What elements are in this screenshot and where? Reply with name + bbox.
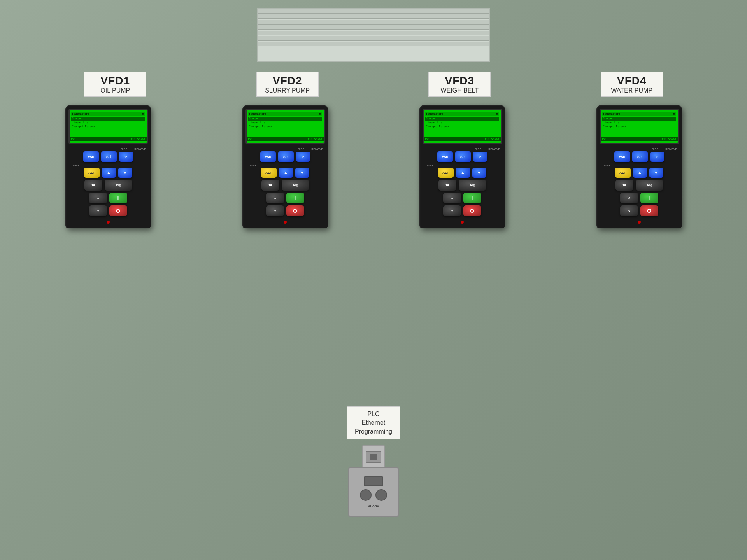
vfd2-start-button[interactable]: I [286, 192, 304, 203]
vfd4-enter-button[interactable]: ↵ [650, 152, 664, 162]
vfd2-esc-button[interactable]: Esc [260, 151, 276, 162]
vfd3-fwd-button[interactable]: ∧ [443, 192, 461, 203]
vfd3-rev-button[interactable]: ∨ [443, 205, 461, 216]
vfd2-id: VFD2 [264, 75, 311, 87]
vfd2-stop-button[interactable]: O [286, 205, 304, 216]
vfd2-enter-button[interactable]: ↵ [296, 152, 310, 162]
vfd1-screen-title: Parameters [72, 112, 89, 116]
vfd3-jog-button[interactable]: Jog [459, 180, 486, 191]
vfd3-up-button[interactable]: ▲ [456, 168, 470, 178]
plc-line1: PLC [355, 410, 392, 418]
plc-label: PLC Ethernet Programming [347, 406, 400, 439]
vfd4-name: WATER PUMP [608, 87, 656, 94]
vfd2-fwd-button[interactable]: ∧ [266, 192, 284, 203]
vfd1-up-button[interactable]: ▲ [102, 168, 116, 178]
vfd3-fwd-row: ∧ I [423, 192, 502, 203]
vfd4-indicator [600, 218, 679, 225]
vfd1-screen: Parameters ■ Groups Linear List Changed … [68, 109, 148, 144]
vfd3-down-button[interactable]: ▼ [472, 168, 486, 178]
vfd4-alt-button[interactable]: ALT [615, 168, 631, 178]
ethernet-outlet[interactable]: BRAND [348, 467, 399, 517]
vfd4-phone-button[interactable]: ☎ [615, 180, 633, 191]
vfd3-name: WEIGH BELT [436, 87, 483, 94]
vfd2-screen: Parameters ■ Groups Linear List Changed … [245, 109, 325, 144]
vfd4-device: Parameters ■ Groups Linear List Changed … [596, 105, 682, 228]
vfd2-jog-button[interactable]: Jog [282, 180, 309, 191]
vfd2-alt-button[interactable]: ALT [261, 168, 277, 178]
vfd2-menu-linear: Linear List [248, 121, 322, 124]
vfd4-esc-button[interactable]: Esc [614, 151, 630, 162]
connector-bracket [362, 445, 385, 469]
vfd1-id: VFD1 [91, 75, 139, 87]
vfd2-phone-button[interactable]: ☎ [261, 180, 279, 191]
vfd4-start-button[interactable]: I [640, 192, 658, 203]
vfd3-screen-bottom: ESC 010.745760 [424, 137, 501, 141]
vfd4-up-button[interactable]: ▲ [633, 168, 647, 178]
plc-line2: Ethernet [355, 418, 392, 427]
lang-label: LANG [426, 164, 433, 167]
vfd2-menu-groups: Groups [248, 117, 322, 121]
vfd3-esc-button[interactable]: Esc [437, 151, 453, 162]
vfd2-device: Parameters ■ Groups Linear List Changed … [242, 105, 328, 228]
vfd2-rev-button[interactable]: ∨ [266, 205, 284, 216]
vfd3-red-dot [461, 220, 464, 224]
vfd4-top-btn-row: Esc Sel ↵ [600, 151, 679, 162]
vfd3-screen: Parameters ■ Groups Linear List Changed … [423, 109, 502, 144]
vfd4-screen-indicator: ■ [673, 112, 675, 116]
vfd4-down-button[interactable]: ▼ [649, 168, 663, 178]
vfd4-screen-bottom: ESC 010.745760 [601, 137, 678, 141]
vfd3-rev-row: ∨ O [423, 205, 502, 216]
vfd3-sel-button[interactable]: Sel [455, 151, 471, 162]
vfd3-start-button[interactable]: I [463, 192, 481, 203]
vfd1-sel-button[interactable]: Sel [101, 151, 117, 162]
vfd4-stop-button[interactable]: O [640, 205, 658, 216]
vfd3-enter-button[interactable]: ↵ [473, 152, 487, 162]
vfd-labels-row: VFD1 OIL PUMP VFD2 SLURRY PUMP VFD3 WEIG… [29, 72, 718, 97]
vfd1-rev-button[interactable]: ∨ [89, 205, 107, 216]
vfd2-sel-button[interactable]: Sel [278, 151, 294, 162]
vfd2-menu-changed: Changed Params [248, 124, 322, 128]
vfd4-label: VFD4 WATER PUMP [601, 72, 663, 97]
vfd1-nav-btn-row: ALT ▲ ▼ [68, 168, 148, 178]
vfd1-fwd-button[interactable]: ∧ [89, 192, 107, 203]
vfd2-up-button[interactable]: ▲ [279, 168, 293, 178]
vfd1-stop-button[interactable]: O [109, 205, 127, 216]
vfd1-bottom-left: ESC [71, 138, 75, 140]
plc-label-text: PLC Ethernet Programming [355, 410, 392, 436]
vfd3-nav-btn-row: ALT ▲ ▼ [423, 168, 502, 178]
vfd3-phone-button[interactable]: ☎ [438, 180, 456, 191]
vfd3-screen-indicator: ■ [496, 112, 498, 116]
vfd1-label: VFD1 OIL PUMP [84, 72, 146, 97]
vfd3-id: VFD3 [436, 75, 483, 87]
vfd1-jog-row: ☎ Jog [68, 180, 148, 191]
vfd3-alt-button[interactable]: ALT [438, 168, 454, 178]
lang-label: LANG [72, 164, 79, 167]
vfd1-enter-button[interactable]: ↵ [119, 152, 133, 162]
vfd2-indicator [245, 218, 325, 225]
disp-label: DISP [121, 148, 127, 150]
vfd2-down-button[interactable]: ▼ [295, 168, 309, 178]
vfd3-menu-changed: Changed Params [425, 124, 499, 128]
vent-slat [258, 42, 489, 46]
vfd2-screen-title: Parameters [249, 112, 267, 116]
vfd3-screen-title: Parameters [426, 112, 444, 116]
vfd4-rev-button[interactable]: ∨ [620, 205, 638, 216]
disp-label: DISP [298, 148, 304, 150]
vfd3-bottom-right: 010.745760 [485, 138, 499, 140]
vfd4-jog-button[interactable]: Jog [636, 180, 663, 191]
remove-label: REMOVE [665, 148, 677, 150]
vent-slat [258, 14, 489, 19]
vfd1-phone-button[interactable]: ☎ [84, 180, 102, 191]
plc-line3: Programming [355, 427, 392, 436]
vfd1-indicator [68, 218, 148, 225]
vfd1-jog-button[interactable]: Jog [105, 180, 132, 191]
vfd1-alt-button[interactable]: ALT [84, 168, 100, 178]
vfd4-fwd-button[interactable]: ∧ [620, 192, 638, 203]
vfd3-stop-button[interactable]: O [463, 205, 481, 216]
vfd1-down-button[interactable]: ▼ [118, 168, 132, 178]
vfd1-esc-button[interactable]: Esc [83, 151, 99, 162]
vfd4-sel-button[interactable]: Sel [632, 151, 648, 162]
vfd1-start-button[interactable]: I [109, 192, 127, 203]
lang-label: LANG [249, 164, 256, 167]
vfd3-indicator [423, 218, 502, 225]
